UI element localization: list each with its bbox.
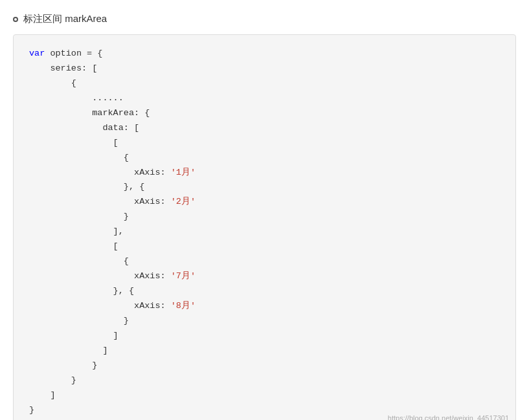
code-line: [ <box>29 239 500 254</box>
bullet-icon <box>13 17 18 22</box>
code-line: }, { <box>29 284 500 299</box>
section-header: 标注区间 markArea <box>13 13 516 25</box>
watermark: https://blog.csdn.net/weixin_44517301 <box>388 412 509 420</box>
code-line: ], <box>29 225 500 239</box>
code-line: } <box>29 373 500 388</box>
code-line: markArea: { <box>29 106 500 121</box>
code-line: xAxis: '7月' <box>29 269 500 284</box>
code-line: }, { <box>29 180 500 195</box>
code-line: ] <box>29 344 500 359</box>
code-line: ] <box>29 388 500 403</box>
code-line: } <box>29 359 500 373</box>
code-line: xAxis: '1月' <box>29 166 500 181</box>
code-line: xAxis: '2月' <box>29 195 500 210</box>
code-line: xAxis: '8月' <box>29 299 500 314</box>
code-line: { <box>29 151 500 166</box>
code-line: } <box>29 210 500 225</box>
code-line: [ <box>29 136 500 151</box>
section-title: 标注区间 markArea <box>23 13 107 25</box>
code-line: ...... <box>29 91 500 106</box>
code-content: var option = { series: [ { ...... markAr… <box>29 47 500 417</box>
code-line: data: [ <box>29 121 500 136</box>
code-line: } <box>29 314 500 329</box>
code-line: ] <box>29 329 500 344</box>
code-block: var option = { series: [ { ...... markAr… <box>13 34 516 420</box>
code-line: series: [ <box>29 61 500 76</box>
code-line: var option = { <box>29 47 500 61</box>
code-line: { <box>29 76 500 91</box>
code-line: { <box>29 254 500 269</box>
